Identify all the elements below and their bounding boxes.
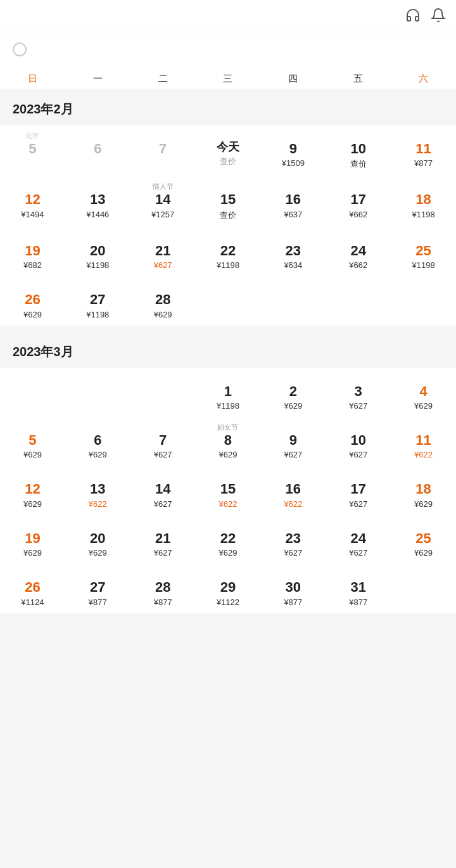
price-label: ¥629 [414,548,433,558]
calendar-cell[interactable]: 5¥629 [0,417,65,466]
price-label: ¥1198 [412,210,434,219]
customer-service-button[interactable] [405,8,421,24]
calendar-cell[interactable]: 3¥627 [326,368,391,417]
calendar-cell[interactable]: 2¥629 [260,368,326,417]
calendar-cell[interactable]: 21¥627 [130,515,196,564]
calendar-cell[interactable]: 1¥1198 [196,368,261,417]
calendar-cell[interactable]: 14¥627 [130,466,196,514]
calendar-cell[interactable]: 27¥877 [65,564,130,613]
month-section-1: 2023年3月1¥11982¥6293¥6274¥6295¥6296¥6297¥… [0,332,456,613]
day-number: 17 [350,481,365,497]
price-label: ¥1198 [217,260,239,270]
price-label: ¥877 [154,597,172,607]
price-label: ¥877 [284,597,302,607]
price-label: ¥629 [414,401,433,411]
calendar-cell[interactable]: 9¥1509 [260,125,326,176]
day-number: 31 [350,579,365,596]
day-number: 27 [90,291,105,308]
calendar-cell[interactable]: 7¥627 [130,417,196,466]
day-number: 15 [220,191,236,208]
top-nav [0,0,456,32]
calendar-cell[interactable]: 妇女节8¥629 [196,417,261,466]
calendar-cell[interactable]: 19¥682 [0,227,65,276]
price-label: ¥629 [414,499,433,509]
calendar-cell[interactable]: 28¥877 [130,564,196,613]
calendar-cell[interactable]: 22¥1198 [196,227,261,276]
day-number: 10 [350,141,365,157]
calendar-cell[interactable]: 25¥629 [391,515,456,564]
calendar-cell[interactable]: 26¥1124 [0,564,65,613]
calendar-cell[interactable]: 24¥662 [326,227,391,276]
day-number: 19 [25,530,40,547]
day-number: 19 [25,243,40,259]
calendar-cell[interactable]: 23¥634 [260,227,326,276]
price-label: ¥877 [349,597,367,607]
day-number: 21 [155,243,170,259]
day-number: 14 [155,481,170,497]
calendar-cell[interactable]: 24¥627 [326,515,391,564]
calendar-cell[interactable]: 21¥627 [130,227,196,276]
calendar-cell[interactable]: 15¥622 [196,466,261,514]
calendar-cell[interactable]: 19¥629 [0,515,65,564]
calendar-cell[interactable]: 4¥629 [391,368,456,417]
price-label: ¥637 [284,210,302,219]
month-section-0: 2023年2月元宵567今天查价9¥150910查价11¥87712¥14941… [0,89,456,326]
calendar-cell[interactable]: 6¥629 [65,417,130,466]
day-number: 20 [90,530,105,547]
calendar-cell[interactable]: 16¥637 [260,176,326,227]
day-number: 21 [155,530,170,547]
calendar-cell[interactable]: 30¥877 [260,564,326,613]
price-label: ¥662 [349,260,367,270]
calendar-cell[interactable]: 17¥627 [326,466,391,514]
calendar-cell[interactable]: 11¥877 [391,125,456,176]
price-label: 查价 [220,156,236,167]
calendar-cell[interactable]: 20¥629 [65,515,130,564]
calendar-cell[interactable]: 26¥629 [0,276,65,325]
calendar-cell[interactable]: 16¥622 [260,466,326,514]
price-label: ¥629 [23,499,42,509]
calendar-cell[interactable]: 13¥1446 [65,176,130,227]
calendar-cell[interactable]: 情人节14¥1257 [130,176,196,227]
price-label: ¥629 [154,310,172,319]
calendar-cell[interactable]: 12¥1494 [0,176,65,227]
day-number: 6 [94,432,101,449]
day-number: 1 [224,383,232,400]
calendar-cell[interactable]: 9¥627 [260,417,326,466]
calendar-cell[interactable]: 12¥629 [0,466,65,514]
calendar-cell[interactable]: 10¥627 [326,417,391,466]
price-label: ¥629 [23,450,42,459]
direct-flight-toggle[interactable] [13,42,32,56]
calendar-cell[interactable]: 15查价 [196,176,261,227]
price-label: ¥877 [89,597,107,607]
price-label: ¥627 [349,548,367,558]
day-number: 18 [415,191,431,208]
day-number: 20 [90,243,105,259]
calendar-cell[interactable]: 13¥622 [65,466,130,514]
price-label: ¥1198 [217,401,239,411]
price-label: ¥1122 [217,597,239,607]
calendar-cell[interactable]: 23¥627 [260,515,326,564]
calendar-cell[interactable]: 27¥1198 [65,276,130,325]
calendar-cell[interactable]: 10查价 [326,125,391,176]
calendar-cell[interactable]: 17¥662 [326,176,391,227]
calendar-cell[interactable]: 22¥629 [196,515,261,564]
calendar-cell[interactable]: 29¥1122 [196,564,261,613]
calendar-cell[interactable]: 18¥629 [391,466,456,514]
price-alert-button[interactable] [431,8,446,24]
day-number: 28 [155,291,170,308]
price-label: ¥627 [154,260,172,270]
calendar-cell[interactable]: 11¥622 [391,417,456,466]
calendar-cell[interactable]: 今天查价 [196,125,261,176]
calendar-cell[interactable]: 31¥877 [326,564,391,613]
day-number: 2 [289,383,297,400]
calendar-cell [196,276,261,325]
price-label: ¥627 [154,499,172,509]
price-label: ¥1494 [21,210,44,219]
calendar-cell[interactable]: 18¥1198 [391,176,456,227]
calendar-cell[interactable]: 25¥1198 [391,227,456,276]
calendar-cell[interactable]: 20¥1198 [65,227,130,276]
day-number: 16 [286,191,301,208]
calendar-cell[interactable]: 28¥629 [130,276,196,325]
calendar-cell [130,368,196,417]
day-number: 23 [286,243,301,259]
